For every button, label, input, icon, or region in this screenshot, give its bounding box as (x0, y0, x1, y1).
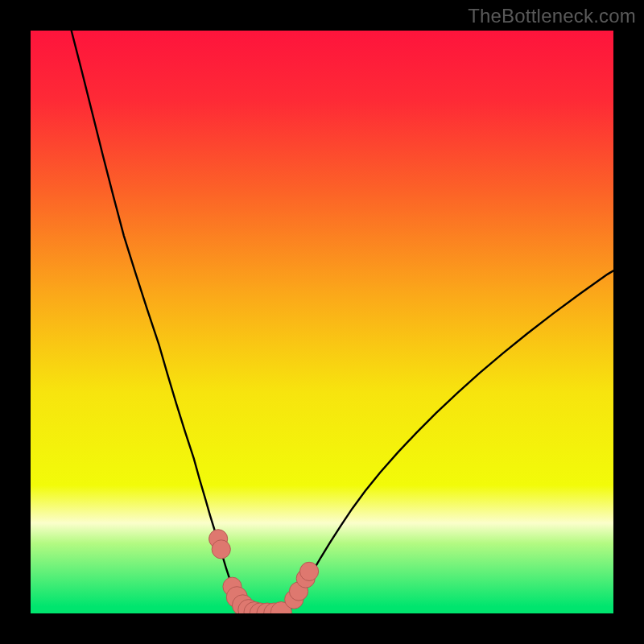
outer-frame: TheBottleneck.com (0, 0, 644, 644)
plot-area (31, 31, 613, 613)
markers-group (209, 530, 319, 613)
marker-point (299, 562, 318, 580)
left-curve (72, 31, 251, 613)
right-curve (281, 270, 613, 613)
marker-point (212, 540, 230, 559)
curve-layer (31, 31, 613, 613)
watermark-text: TheBottleneck.com (468, 5, 636, 27)
